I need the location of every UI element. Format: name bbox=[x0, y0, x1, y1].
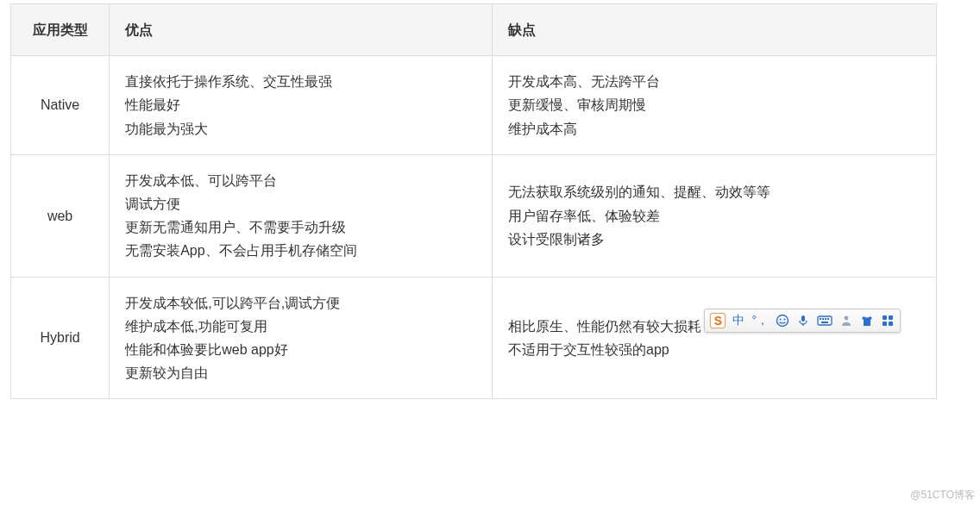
cell-type: web bbox=[11, 154, 110, 277]
cell-pros: 开发成本较低,可以跨平台,调试方便维护成本低,功能可复用性能和体验要比web a… bbox=[110, 277, 493, 399]
microphone-icon[interactable] bbox=[796, 314, 810, 328]
sogou-logo-icon[interactable]: S bbox=[710, 313, 726, 328]
ime-punct-toggle[interactable]: °， bbox=[751, 313, 769, 328]
svg-rect-6 bbox=[820, 318, 821, 320]
cell-pros: 直接依托于操作系统、交互性最强性能最好功能最为强大 bbox=[110, 56, 493, 155]
cell-pros: 开发成本低、可以跨平台调试方便更新无需通知用户、不需要手动升级无需安装App、不… bbox=[110, 154, 493, 277]
header-app-type: 应用类型 bbox=[11, 4, 110, 56]
table-header-row: 应用类型 优点 缺点 bbox=[11, 4, 937, 56]
cell-cons: 无法获取系统级别的通知、提醒、动效等等用户留存率低、体验较差设计受限制诸多 bbox=[493, 154, 937, 277]
skin-icon[interactable] bbox=[860, 314, 874, 328]
table-row: Native 直接依托于操作系统、交互性最强性能最好功能最为强大 开发成本高、无… bbox=[11, 56, 937, 155]
svg-rect-14 bbox=[883, 322, 887, 326]
emoji-icon[interactable] bbox=[776, 314, 789, 328]
svg-rect-5 bbox=[818, 316, 832, 325]
svg-point-2 bbox=[783, 319, 785, 321]
header-pros: 优点 bbox=[110, 4, 493, 56]
ime-lang-toggle[interactable]: 中 bbox=[732, 313, 744, 328]
svg-point-0 bbox=[777, 315, 788, 327]
ime-toolbar[interactable]: S 中 °， bbox=[704, 309, 901, 333]
svg-rect-13 bbox=[889, 315, 893, 320]
svg-point-1 bbox=[780, 319, 782, 321]
svg-rect-8 bbox=[825, 318, 826, 320]
svg-rect-3 bbox=[801, 315, 805, 322]
watermark: @51CTO博客 bbox=[910, 488, 975, 503]
svg-rect-7 bbox=[822, 318, 824, 320]
soft-keyboard-icon[interactable] bbox=[817, 314, 832, 328]
svg-rect-15 bbox=[889, 322, 893, 326]
svg-rect-10 bbox=[821, 322, 828, 323]
svg-rect-9 bbox=[827, 318, 829, 320]
account-icon[interactable] bbox=[839, 314, 853, 328]
svg-rect-12 bbox=[883, 315, 887, 320]
svg-point-11 bbox=[845, 316, 849, 321]
cell-type: Hybrid bbox=[11, 277, 110, 399]
table-row: Hybrid 开发成本较低,可以跨平台,调试方便维护成本低,功能可复用性能和体验… bbox=[11, 277, 937, 399]
header-cons: 缺点 bbox=[493, 4, 937, 56]
cell-cons: 相比原生、性能仍然有较大损耗不适用于交互性较强的app bbox=[493, 277, 937, 399]
toolbox-icon[interactable] bbox=[881, 314, 895, 328]
table-row: web 开发成本低、可以跨平台调试方便更新无需通知用户、不需要手动升级无需安装A… bbox=[11, 154, 937, 277]
cell-cons: 开发成本高、无法跨平台更新缓慢、审核周期慢维护成本高 bbox=[493, 56, 937, 155]
comparison-table: 应用类型 优点 缺点 Native 直接依托于操作系统、交互性最强性能最好功能最… bbox=[10, 3, 937, 399]
cell-type: Native bbox=[11, 56, 110, 155]
